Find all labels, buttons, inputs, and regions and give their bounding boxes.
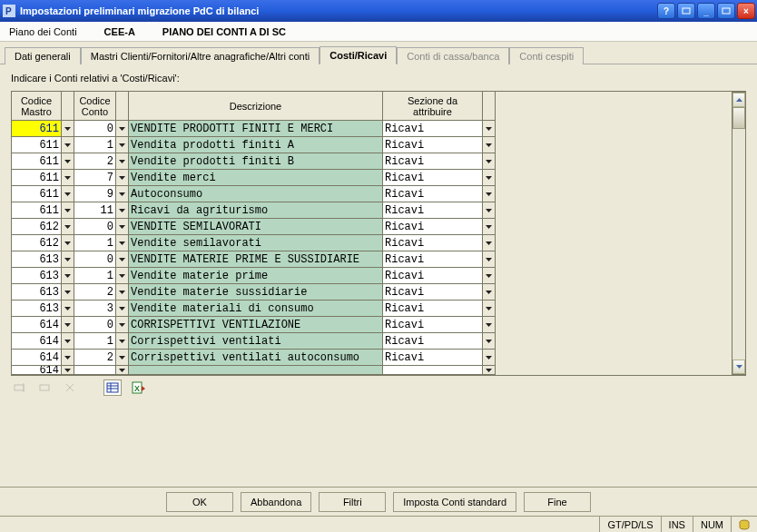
table-view-icon[interactable] (103, 379, 122, 396)
cell-descrizione[interactable]: Vendite materie sussidiarie (129, 284, 383, 300)
conto-dropdown[interactable] (116, 137, 129, 153)
table-row[interactable]: 6130VENDITE MATERIE PRIME E SUSSIDIARIER… (12, 251, 732, 268)
sezione-dropdown[interactable] (483, 300, 496, 317)
cell-conto[interactable]: 0 (74, 251, 116, 268)
cell-conto[interactable] (74, 366, 116, 375)
cell-mastro[interactable]: 614 (12, 333, 62, 350)
sezione-dropdown[interactable] (483, 284, 496, 300)
conto-dropdown[interactable] (116, 350, 129, 366)
cell-mastro[interactable]: 611 (12, 121, 62, 137)
cell-sezione[interactable]: Ricavi (383, 251, 483, 268)
cell-sezione[interactable]: Ricavi (383, 137, 483, 153)
cell-sezione[interactable]: Ricavi (383, 219, 483, 235)
conto-dropdown[interactable] (116, 219, 129, 235)
vertical-scrollbar[interactable] (732, 92, 746, 375)
cell-sezione[interactable]: Ricavi (383, 268, 483, 284)
cell-sezione[interactable]: Ricavi (383, 121, 483, 137)
cell-mastro[interactable]: 613 (12, 268, 62, 284)
mastro-dropdown[interactable] (62, 300, 74, 317)
mastro-dropdown[interactable] (62, 251, 74, 268)
ok-button[interactable]: OK (166, 492, 233, 512)
sezione-dropdown[interactable] (483, 202, 496, 219)
cell-sezione[interactable]: Ricavi (383, 333, 483, 350)
mastro-dropdown[interactable] (62, 284, 74, 300)
scroll-down-button[interactable] (732, 360, 745, 374)
cell-mastro[interactable]: 613 (12, 300, 62, 317)
cell-descrizione[interactable]: Vendite semilavorati (129, 235, 383, 251)
table-row[interactable]: 6141Corrispettivi ventilatiRicavi (12, 333, 732, 350)
cell-conto[interactable]: 2 (74, 350, 116, 366)
cell-mastro[interactable]: 614 (12, 350, 62, 366)
app-window-button[interactable] (677, 3, 695, 19)
cell-descrizione[interactable]: Corrispettivi ventilati autoconsumo (129, 350, 383, 366)
conto-dropdown[interactable] (116, 251, 129, 268)
tab-mastri[interactable]: Mastri Clienti/Fornitori/Altre anagrafic… (81, 47, 320, 64)
standard-accounts-button[interactable]: Imposta Conti standard (393, 492, 516, 512)
table-row[interactable]: 6112Vendite prodotti finiti BRicavi (12, 153, 732, 170)
mastro-dropdown[interactable] (62, 121, 74, 137)
sezione-dropdown[interactable] (483, 170, 496, 186)
maximize-button[interactable] (717, 3, 735, 19)
cell-mastro[interactable]: 611 (12, 202, 62, 219)
cell-sezione[interactable]: Ricavi (383, 202, 483, 219)
cell-conto[interactable]: 2 (74, 284, 116, 300)
cell-descrizione[interactable]: Vendite prodotti finiti B (129, 153, 383, 170)
mastro-dropdown[interactable] (62, 268, 74, 284)
sezione-dropdown[interactable] (483, 219, 496, 235)
minimize-button[interactable]: _ (697, 3, 715, 19)
cell-sezione[interactable]: Ricavi (383, 284, 483, 300)
conto-dropdown[interactable] (116, 153, 129, 170)
scroll-thumb[interactable] (732, 107, 745, 129)
cell-sezione[interactable]: Ricavi (383, 153, 483, 170)
sezione-dropdown[interactable] (483, 137, 496, 153)
cell-sezione[interactable]: Ricavi (383, 317, 483, 333)
cell-sezione[interactable]: Ricavi (383, 300, 483, 317)
close-button[interactable]: × (737, 3, 755, 19)
cell-descrizione[interactable]: Vendite materiali di consumo (129, 300, 383, 317)
cell-conto[interactable]: 1 (74, 333, 116, 350)
cell-mastro[interactable]: 613 (12, 284, 62, 300)
cell-descrizione[interactable]: Ricavi da agriturismo (129, 202, 383, 219)
conto-dropdown[interactable] (116, 170, 129, 186)
cell-mastro[interactable]: 614 (12, 317, 62, 333)
mastro-dropdown[interactable] (62, 153, 74, 170)
table-row[interactable]: 6132Vendite materie sussidiarieRicavi (12, 284, 732, 300)
conto-dropdown[interactable] (116, 268, 129, 284)
cell-conto[interactable]: 2 (74, 153, 116, 170)
table-row[interactable]: 6117Vendite merciRicavi (12, 170, 732, 186)
conto-dropdown[interactable] (116, 186, 129, 202)
mastro-dropdown[interactable] (62, 317, 74, 333)
cell-sezione[interactable]: Ricavi (383, 186, 483, 202)
conto-dropdown[interactable] (116, 300, 129, 317)
col-codice-conto[interactable]: Codice Conto (74, 92, 116, 121)
cell-conto[interactable]: 0 (74, 121, 116, 137)
cell-conto[interactable]: 1 (74, 268, 116, 284)
table-row[interactable]: 6133Vendite materiali di consumoRicavi (12, 300, 732, 317)
cell-mastro[interactable]: 611 (12, 153, 62, 170)
table-row[interactable]: 6142Corrispettivi ventilati autoconsumoR… (12, 350, 732, 366)
cell-conto[interactable]: 1 (74, 235, 116, 251)
conto-dropdown[interactable] (116, 317, 129, 333)
cell-conto[interactable]: 0 (74, 219, 116, 235)
table-row[interactable]: 61111Ricavi da agriturismoRicavi (12, 202, 732, 219)
export-excel-icon[interactable]: X (129, 379, 147, 396)
conto-dropdown[interactable] (116, 202, 129, 219)
scroll-up-button[interactable] (732, 93, 745, 107)
tab-costi-ricavi[interactable]: Costi/Ricavi (320, 46, 397, 64)
mastro-dropdown[interactable] (62, 137, 74, 153)
cell-mastro[interactable]: 611 (12, 186, 62, 202)
cell-mastro[interactable]: 611 (12, 170, 62, 186)
conto-dropdown[interactable] (116, 333, 129, 350)
cell-sezione[interactable]: Ricavi (383, 235, 483, 251)
sezione-dropdown[interactable] (483, 350, 496, 366)
sezione-dropdown[interactable] (483, 317, 496, 333)
cell-mastro[interactable]: 613 (12, 251, 62, 268)
mastro-dropdown[interactable] (62, 202, 74, 219)
scroll-track[interactable] (732, 107, 745, 360)
sezione-dropdown[interactable] (483, 251, 496, 268)
cell-descrizione[interactable] (129, 366, 383, 375)
cell-conto[interactable]: 3 (74, 300, 116, 317)
mastro-dropdown[interactable] (62, 219, 74, 235)
cell-mastro[interactable]: 612 (12, 235, 62, 251)
mastro-dropdown[interactable] (62, 350, 74, 366)
